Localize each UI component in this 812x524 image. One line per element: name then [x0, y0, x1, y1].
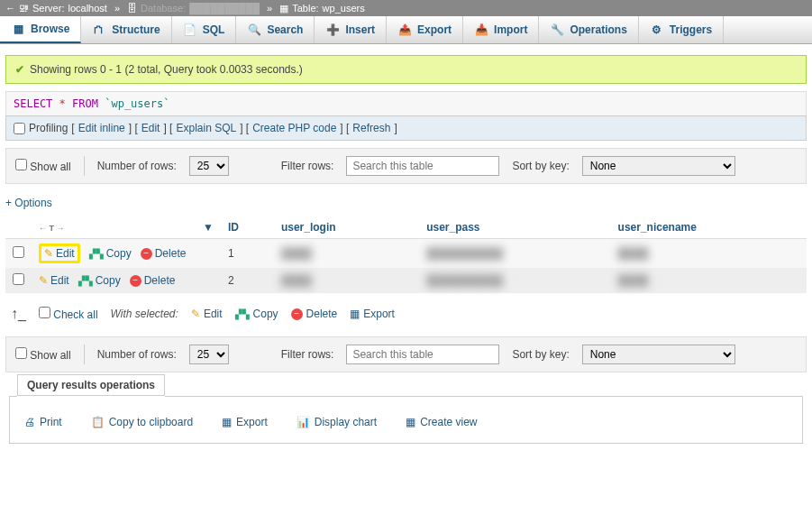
- display-chart-link[interactable]: 📊Display chart: [297, 416, 377, 428]
- copy-icon: ▞▚: [89, 249, 104, 259]
- tab-triggers[interactable]: ⚙Triggers: [639, 16, 724, 43]
- query-action-bar: Profiling [ Edit inline ] [ Edit ] [ Exp…: [5, 115, 807, 141]
- tab-import[interactable]: 📥Import: [463, 16, 539, 43]
- explain-sql-link[interactable]: Explain SQL: [176, 122, 236, 134]
- sql-select-kw: SELECT: [14, 97, 52, 110]
- triggers-icon: ⚙: [650, 23, 664, 37]
- delete-icon: −: [141, 248, 152, 260]
- database-label: Database:: [141, 3, 186, 14]
- copy-clipboard-link[interactable]: 📋Copy to clipboard: [91, 416, 193, 428]
- create-view-link[interactable]: ▦Create view: [406, 416, 477, 428]
- tab-search-label: Search: [267, 23, 303, 36]
- edit-query-link[interactable]: Edit: [141, 122, 160, 134]
- breadcrumb-server[interactable]: 🖳 Server: localhost: [19, 3, 107, 14]
- import-icon: 📥: [474, 23, 488, 37]
- cell-user-nicename: ████: [611, 239, 807, 269]
- breadcrumb-separator: »: [267, 3, 272, 14]
- cell-user-login: ████: [274, 269, 419, 293]
- sql-icon: 📄: [183, 23, 197, 37]
- row-checkbox[interactable]: [13, 273, 24, 285]
- cell-id: 2: [221, 269, 274, 293]
- column-header-user-login[interactable]: user_login: [274, 216, 419, 239]
- show-all-label: Show all: [30, 161, 70, 173]
- tab-export[interactable]: 📤Export: [387, 16, 463, 43]
- row-edit-link[interactable]: ✎Edit: [39, 274, 69, 287]
- bulk-delete-link[interactable]: −Delete: [291, 308, 338, 320]
- column-header-id[interactable]: ID: [221, 216, 274, 239]
- success-text: Showing rows 0 - 1 (2 total, Query took …: [30, 63, 303, 76]
- edit-inline-link[interactable]: Edit inline: [78, 122, 125, 134]
- breadcrumb-database[interactable]: 🗄 Database: ██████████: [127, 3, 260, 14]
- tab-structure[interactable]: ⛫Structure: [81, 16, 171, 43]
- chevron-down-icon: ▼: [203, 221, 214, 234]
- chart-icon: 📊: [297, 416, 310, 428]
- print-link[interactable]: 🖨Print: [24, 416, 62, 428]
- options-toggle-link[interactable]: + Options: [5, 197, 52, 209]
- check-all-link[interactable]: Check all: [53, 308, 97, 321]
- arrow-left-icon[interactable]: ←: [5, 3, 15, 14]
- toolbar-separator: [84, 345, 85, 364]
- bulk-edit-link[interactable]: ✎Edit: [191, 308, 223, 320]
- tab-operations[interactable]: 🔧Operations: [539, 16, 638, 43]
- search-icon: 🔍: [247, 23, 261, 37]
- filter-rows-input[interactable]: [346, 156, 499, 176]
- browse-icon: ▦: [11, 22, 25, 36]
- profiling-checkbox[interactable]: [14, 123, 25, 134]
- bulk-copy-link[interactable]: ▞▚Copy: [235, 308, 278, 320]
- row-copy-link[interactable]: ▞▚Copy: [78, 274, 121, 287]
- num-rows-select[interactable]: 25: [189, 156, 229, 176]
- breadcrumb-table[interactable]: ▦ Table: wp_users: [279, 3, 364, 14]
- export-icon: ▦: [350, 308, 360, 320]
- show-all-group[interactable]: Show all: [15, 347, 71, 362]
- tab-sql[interactable]: 📄SQL: [172, 16, 237, 43]
- num-rows-select[interactable]: 25: [189, 345, 229, 364]
- tab-insert[interactable]: ➕Insert: [315, 16, 387, 43]
- sort-arrows-icon: ← T →: [39, 224, 65, 233]
- sort-key-select[interactable]: None: [582, 156, 735, 176]
- row-edit-link[interactable]: ✎Edit: [44, 247, 75, 260]
- check-all-checkbox[interactable]: [39, 307, 50, 318]
- success-message: ✔ Showing rows 0 - 1 (2 total, Query too…: [5, 55, 807, 84]
- sort-controls-header[interactable]: ← T →▼: [32, 216, 221, 239]
- tab-import-label: Import: [494, 23, 527, 36]
- table-label: Table:: [292, 3, 318, 14]
- query-ops-title: Query results operations: [17, 374, 165, 396]
- row-delete-link[interactable]: −Delete: [141, 247, 187, 260]
- show-all-checkbox[interactable]: [15, 347, 27, 359]
- bulk-export-link[interactable]: ▦Export: [350, 308, 395, 320]
- check-all-group[interactable]: Check all: [39, 307, 98, 321]
- tab-browse[interactable]: ▦Browse: [0, 16, 81, 43]
- print-icon: 🖨: [24, 416, 35, 428]
- filter-rows-label: Filter rows:: [281, 160, 334, 172]
- with-selected-label: With selected:: [111, 308, 178, 320]
- sql-from-kw: FROM: [72, 97, 98, 110]
- sort-key-select[interactable]: None: [582, 345, 735, 364]
- table-icon: ▦: [279, 3, 288, 14]
- filter-rows-input[interactable]: [346, 345, 499, 364]
- tab-export-label: Export: [417, 23, 452, 36]
- create-php-link[interactable]: Create PHP code: [252, 122, 336, 134]
- column-header-user-nicename[interactable]: user_nicename: [611, 216, 807, 239]
- refresh-link[interactable]: Refresh: [352, 122, 390, 134]
- row-checkbox[interactable]: [13, 246, 24, 258]
- row-delete-link[interactable]: −Delete: [130, 274, 176, 287]
- cell-user-pass: ██████████: [419, 239, 610, 269]
- cell-user-login: ████: [274, 239, 419, 269]
- num-rows-label: Number of rows:: [97, 348, 177, 361]
- toolbar-separator: [84, 156, 85, 176]
- structure-icon: ⛫: [92, 23, 106, 37]
- show-all-group[interactable]: Show all: [15, 159, 71, 173]
- cell-user-pass: ██████████: [419, 269, 610, 293]
- clipboard-icon: 📋: [91, 416, 105, 428]
- sql-star: *: [59, 97, 66, 110]
- tab-search[interactable]: 🔍Search: [236, 16, 315, 43]
- column-header-user-pass[interactable]: user_pass: [419, 216, 610, 239]
- results-toolbar-bottom: Show all Number of rows: 25 Filter rows:…: [5, 336, 807, 372]
- sql-query-display: SELECT * FROM `wp_users`: [5, 91, 807, 115]
- export-link[interactable]: ▦Export: [222, 416, 268, 428]
- show-all-checkbox[interactable]: [15, 159, 27, 170]
- table-value: wp_users: [323, 3, 365, 14]
- export-icon: 📤: [397, 23, 412, 37]
- row-copy-link[interactable]: ▞▚Copy: [89, 247, 132, 260]
- view-icon: ▦: [406, 416, 415, 428]
